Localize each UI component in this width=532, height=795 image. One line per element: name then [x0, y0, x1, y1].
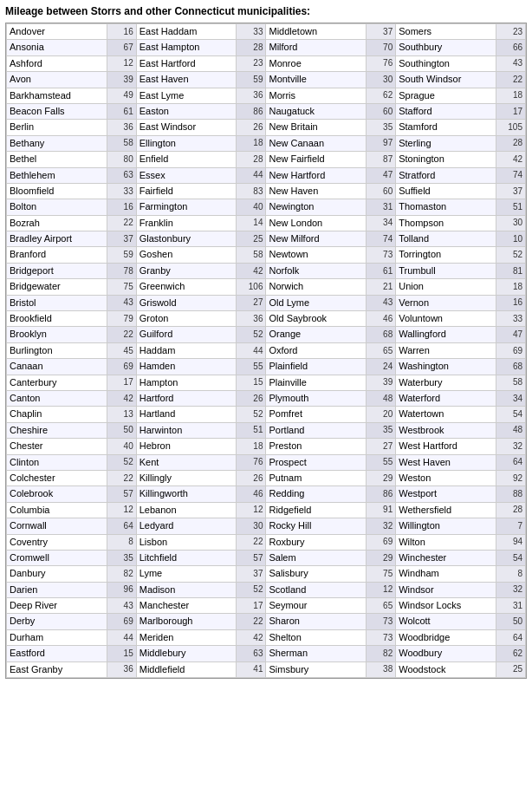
- municipality-name: Torrington: [396, 247, 496, 263]
- municipality-mileage: 75: [107, 279, 136, 295]
- municipality-mileage: 74: [496, 167, 525, 183]
- municipality-mileage: 16: [107, 24, 136, 40]
- municipality-mileage: 44: [237, 342, 266, 358]
- municipality-name: New Hartford: [266, 167, 367, 183]
- municipality-mileage: 55: [367, 454, 396, 470]
- municipality-name: Naugatuck: [266, 103, 367, 119]
- municipality-name: Montville: [266, 72, 367, 88]
- municipality-mileage: 86: [237, 103, 266, 119]
- municipality-name: Salisbury: [266, 566, 367, 582]
- municipality-name: Sterling: [396, 135, 496, 151]
- municipality-mileage: 69: [496, 342, 525, 358]
- municipality-mileage: 37: [367, 24, 396, 40]
- municipality-mileage: 61: [367, 263, 396, 278]
- municipality-mileage: 63: [107, 167, 136, 183]
- table-row: Bozrah22Franklin14New London34Thompson30: [7, 215, 526, 231]
- page-title: Mileage between Storrs and other Connect…: [5, 5, 527, 17]
- municipality-name: Lisbon: [136, 534, 237, 550]
- municipality-name: Vernon: [396, 295, 496, 310]
- municipality-mileage: 43: [107, 295, 136, 310]
- municipality-name: Portland: [266, 422, 367, 438]
- municipality-mileage: 30: [237, 518, 266, 534]
- municipality-mileage: 40: [107, 439, 136, 454]
- municipality-mileage: 12: [367, 582, 396, 597]
- municipality-mileage: 17: [107, 375, 136, 390]
- municipality-name: South Windsor: [396, 72, 496, 88]
- municipality-name: Willington: [396, 518, 496, 534]
- table-row: Canterbury17Hampton15Plainville39Waterbu…: [7, 375, 526, 390]
- municipality-name: Clinton: [7, 454, 107, 470]
- municipality-name: Pomfret: [266, 407, 367, 422]
- table-row: Canton42Hartford26Plymouth48Waterford34: [7, 390, 526, 406]
- municipality-name: Stonington: [396, 152, 496, 167]
- municipality-mileage: 30: [496, 215, 525, 231]
- municipality-name: Plainville: [266, 375, 367, 390]
- municipality-name: Bolton: [7, 199, 107, 215]
- municipality-mileage: 55: [237, 359, 266, 375]
- municipality-name: Thompson: [396, 215, 496, 231]
- municipality-name: Stamford: [396, 120, 496, 135]
- table-row: East Granby36Middlefield41Simsbury38Wood…: [7, 661, 526, 677]
- municipality-name: Marlborough: [136, 614, 237, 629]
- table-row: Danbury82Lyme37Salisbury75Windham8: [7, 566, 526, 582]
- table-row: Bloomfield33Fairfield83New Haven60Suffie…: [7, 183, 526, 199]
- table-row: Barkhamstead49East Lyme36Morris62Sprague…: [7, 88, 526, 103]
- municipality-mileage: 64: [496, 454, 525, 470]
- municipality-name: Bridgewater: [7, 279, 107, 295]
- municipality-mileage: 86: [367, 486, 396, 502]
- municipality-name: Darien: [7, 582, 107, 597]
- municipality-name: Farmington: [136, 199, 237, 215]
- municipality-name: Morris: [266, 88, 367, 103]
- municipality-name: Bozrah: [7, 215, 107, 231]
- municipality-mileage: 105: [496, 120, 525, 135]
- municipality-mileage: 75: [367, 566, 396, 582]
- municipality-mileage: 23: [496, 24, 525, 40]
- municipality-mileage: 83: [237, 183, 266, 199]
- municipality-mileage: 73: [367, 614, 396, 629]
- table-row: Coventry8Lisbon22Roxbury69Wilton94: [7, 534, 526, 550]
- municipality-mileage: 22: [107, 470, 136, 485]
- municipality-mileage: 37: [496, 183, 525, 199]
- municipality-mileage: 42: [237, 629, 266, 645]
- municipality-name: Suffield: [396, 183, 496, 199]
- municipality-mileage: 46: [367, 311, 396, 327]
- municipality-mileage: 73: [367, 247, 396, 263]
- mileage-table: Andover16East Haddam33Middletown37Somers…: [6, 23, 526, 678]
- municipality-name: Greenwich: [136, 279, 237, 295]
- municipality-mileage: 23: [237, 55, 266, 71]
- municipality-mileage: 41: [237, 661, 266, 677]
- municipality-mileage: 15: [237, 375, 266, 390]
- municipality-name: Ansonia: [7, 40, 107, 55]
- municipality-mileage: 17: [237, 598, 266, 614]
- municipality-name: Stafford: [396, 103, 496, 119]
- municipality-name: Bethlehem: [7, 167, 107, 183]
- municipality-mileage: 47: [496, 327, 525, 342]
- table-row: Beacon Falls61Easton86Naugatuck60Staffor…: [7, 103, 526, 119]
- municipality-mileage: 37: [237, 566, 266, 582]
- municipality-name: Bethel: [7, 152, 107, 167]
- municipality-mileage: 43: [367, 295, 396, 310]
- municipality-mileage: 59: [107, 247, 136, 263]
- municipality-mileage: 97: [367, 135, 396, 151]
- municipality-name: Salem: [266, 550, 367, 565]
- municipality-mileage: 28: [237, 40, 266, 55]
- municipality-name: Washington: [396, 359, 496, 375]
- municipality-mileage: 32: [496, 582, 525, 597]
- table-row: Avon39East Haven59Montville30South Winds…: [7, 72, 526, 88]
- municipality-mileage: 96: [107, 582, 136, 597]
- municipality-name: Griswold: [136, 295, 237, 310]
- municipality-name: West Hartford: [396, 439, 496, 454]
- municipality-mileage: 52: [107, 454, 136, 470]
- municipality-mileage: 30: [367, 72, 396, 88]
- municipality-mileage: 69: [367, 534, 396, 550]
- municipality-name: New London: [266, 215, 367, 231]
- municipality-mileage: 14: [237, 215, 266, 231]
- municipality-mileage: 76: [367, 55, 396, 71]
- municipality-name: Windsor Locks: [396, 598, 496, 614]
- municipality-mileage: 58: [496, 375, 525, 390]
- municipality-name: Middlefield: [136, 661, 237, 677]
- municipality-name: Derby: [7, 614, 107, 629]
- municipality-name: Easton: [136, 103, 237, 119]
- municipality-mileage: 22: [496, 72, 525, 88]
- municipality-name: Norfolk: [266, 263, 367, 278]
